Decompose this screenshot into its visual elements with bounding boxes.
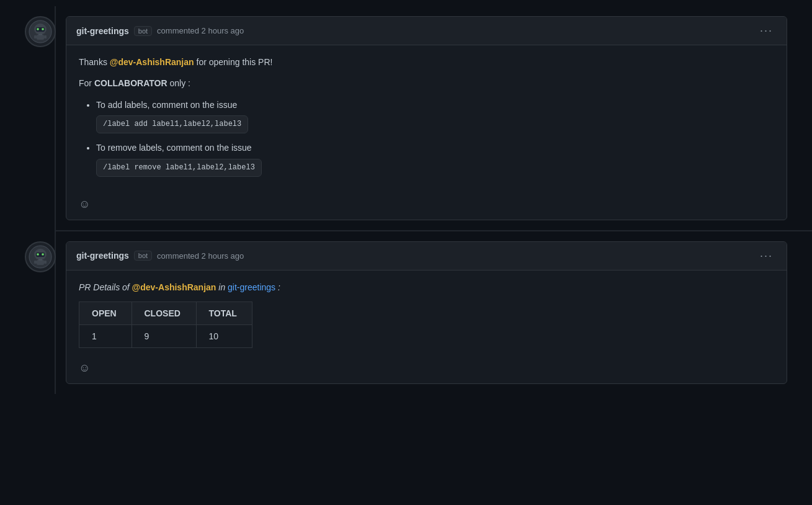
collaborator-text: COLLABORATOR <box>94 78 167 88</box>
bot-avatar-icon <box>28 19 53 44</box>
add-label-code: /label add label1,label2,label3 <box>96 115 248 133</box>
mention-2[interactable]: @dev-AshishRanjan <box>132 282 216 292</box>
svg-rect-18 <box>37 260 44 265</box>
svg-rect-20 <box>34 261 37 264</box>
pr-details-prefix: PR Details of <box>79 282 132 292</box>
instructions-list: To add labels, comment on the issue /lab… <box>79 98 774 177</box>
remove-label-code: /label remove label1,label2,label3 <box>96 159 262 177</box>
thanks-prefix: Thanks <box>79 57 110 67</box>
table-cell-open: 1 <box>79 325 132 348</box>
table-body: 1 9 10 <box>79 325 252 348</box>
comment-header-left-2: git-greetings bot commented 2 hours ago <box>76 251 244 261</box>
emoji-button-1[interactable]: ☺ <box>76 197 92 212</box>
bot-avatar-icon-2 <box>28 244 53 269</box>
comment-line-1: Thanks @dev-AshishRanjan for opening thi… <box>79 55 774 69</box>
svg-point-16 <box>37 254 38 255</box>
list-item-add: To add labels, comment on the issue /lab… <box>96 98 774 134</box>
comment-section-2: git-greetings bot commented 2 hours ago … <box>0 231 812 394</box>
comment-footer-1: ☺ <box>66 192 787 220</box>
comment-box-1: git-greetings bot commented 2 hours ago … <box>66 16 787 220</box>
svg-rect-9 <box>34 35 37 38</box>
comment-body-2: PR Details of @dev-AshishRanjan in git-g… <box>66 270 787 355</box>
comment-footer-2: ☺ <box>66 355 787 383</box>
list-item-remove: To remove labels, comment on the issue /… <box>96 141 774 177</box>
page-container: git-greetings bot commented 2 hours ago … <box>0 0 812 400</box>
comment-line-2: For COLLABORATOR only : <box>79 76 774 90</box>
svg-rect-19 <box>38 259 42 261</box>
table-header-total: TOTAL <box>196 302 252 325</box>
emoji-button-2[interactable]: ☺ <box>76 360 92 376</box>
table-header-closed: CLOSED <box>132 302 196 325</box>
comment-header-2: git-greetings bot commented 2 hours ago … <box>66 242 787 270</box>
only-suffix: only : <box>167 78 190 88</box>
repo-link[interactable]: git-greetings <box>228 282 275 292</box>
comment-section-1: git-greetings bot commented 2 hours ago … <box>0 6 812 230</box>
comment-meta-2: commented 2 hours ago <box>157 251 244 261</box>
svg-point-5 <box>37 29 38 30</box>
svg-rect-21 <box>44 261 47 264</box>
table-header-row: OPEN CLOSED TOTAL <box>79 302 252 325</box>
comment-box-2: git-greetings bot commented 2 hours ago … <box>66 241 787 384</box>
remove-label-text: To remove labels, comment on the issue <box>96 143 252 153</box>
comment-header-left-1: git-greetings bot commented 2 hours ago <box>76 26 244 36</box>
comment-body-1: Thanks @dev-AshishRanjan for opening thi… <box>66 45 787 192</box>
pr-suffix: : <box>275 282 280 292</box>
add-label-text: To add labels, comment on the issue <box>96 100 237 110</box>
table-header-open: OPEN <box>79 302 132 325</box>
pr-details-line: PR Details of @dev-AshishRanjan in git-g… <box>79 280 774 294</box>
pr-details-table: OPEN CLOSED TOTAL 1 9 10 <box>79 302 252 348</box>
table-cell-closed: 9 <box>132 325 196 348</box>
comment-wrapper-2: git-greetings bot commented 2 hours ago … <box>0 231 812 394</box>
svg-point-6 <box>42 29 43 30</box>
bot-badge-2: bot <box>134 251 152 261</box>
comment-more-button-1[interactable]: ··· <box>756 23 777 38</box>
comment-meta-1: commented 2 hours ago <box>157 26 244 35</box>
comment-more-button-2[interactable]: ··· <box>756 248 777 264</box>
svg-rect-10 <box>44 35 47 38</box>
table-head: OPEN CLOSED TOTAL <box>79 302 252 325</box>
thanks-suffix: for opening this PR! <box>194 57 273 67</box>
table-row: 1 9 10 <box>79 325 252 348</box>
in-text: in <box>216 282 228 292</box>
bot-badge-1: bot <box>134 26 152 36</box>
svg-point-17 <box>42 254 43 255</box>
comment-author-2: git-greetings <box>76 251 129 261</box>
comment-wrapper-1: git-greetings bot commented 2 hours ago … <box>0 6 812 230</box>
avatar-1 <box>25 16 56 47</box>
table-cell-total: 10 <box>196 325 252 348</box>
avatar-2 <box>25 241 56 272</box>
svg-rect-8 <box>38 34 42 35</box>
comment-header-1: git-greetings bot commented 2 hours ago … <box>66 17 787 45</box>
comment-author-1: git-greetings <box>76 26 129 36</box>
for-prefix: For <box>79 78 94 88</box>
svg-rect-7 <box>37 35 44 40</box>
mention-1[interactable]: @dev-AshishRanjan <box>110 57 194 67</box>
